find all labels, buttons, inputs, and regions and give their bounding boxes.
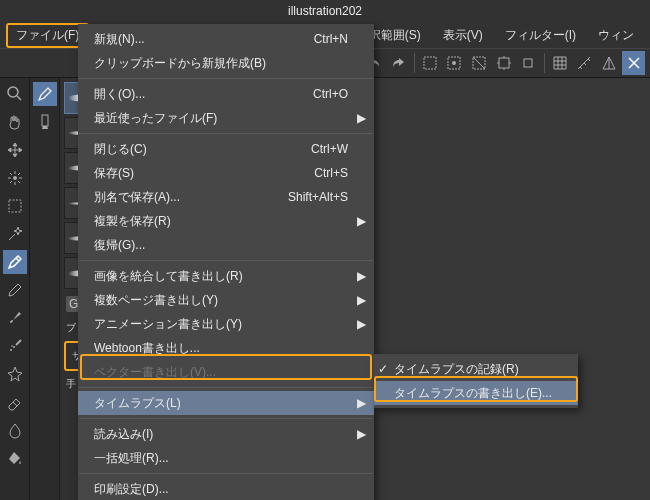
menu-vector-export: ベクター書き出し(V)... xyxy=(78,360,374,384)
marker-icon[interactable] xyxy=(33,110,57,134)
decoration-icon[interactable] xyxy=(3,362,27,386)
redo-icon[interactable] xyxy=(387,51,410,75)
menu-merge-export[interactable]: 画像を統合して書き出し(R)▶ xyxy=(78,264,374,288)
svg-rect-8 xyxy=(9,200,21,212)
hand-icon[interactable] xyxy=(3,110,27,134)
zoom-icon[interactable] xyxy=(3,82,27,106)
menu-recent[interactable]: 最近使ったファイル(F)▶ xyxy=(78,106,374,130)
snap-persp-icon[interactable] xyxy=(598,51,621,75)
menu-window[interactable]: ウィン xyxy=(588,24,644,47)
chevron-right-icon: ▶ xyxy=(357,427,366,441)
svg-rect-12 xyxy=(42,115,48,126)
menu-multi-export[interactable]: 複数ページ書き出し(Y)▶ xyxy=(78,288,374,312)
chevron-right-icon: ▶ xyxy=(357,293,366,307)
menu-batch[interactable]: 一括処理(R)... xyxy=(78,446,374,470)
menu-webtoon[interactable]: Webtoon書き出し... xyxy=(78,336,374,360)
select-all-icon[interactable] xyxy=(443,51,466,75)
menu-clipboard-new[interactable]: クリップボードから新規作成(B) xyxy=(78,51,374,75)
menu-import[interactable]: 読み込み(I)▶ xyxy=(78,422,374,446)
airbrush-icon[interactable] xyxy=(3,334,27,358)
menu-view[interactable]: 表示(V) xyxy=(433,24,493,47)
invert-icon[interactable] xyxy=(468,51,491,75)
timelapse-submenu: ✓タイムラプスの記録(R) タイムラプスの書き出し(E)... xyxy=(374,354,578,408)
blend-icon[interactable] xyxy=(3,418,27,442)
svg-point-7 xyxy=(13,176,17,180)
menu-save-dup[interactable]: 複製を保存(R)▶ xyxy=(78,209,374,233)
snap-special-icon[interactable] xyxy=(622,51,645,75)
svg-rect-4 xyxy=(499,58,509,68)
menu-new[interactable]: 新規(N)...Ctrl+N xyxy=(78,27,374,51)
shrink-icon[interactable] xyxy=(517,51,540,75)
svg-point-2 xyxy=(452,61,456,65)
move-icon[interactable] xyxy=(3,138,27,162)
chevron-right-icon: ▶ xyxy=(357,111,366,125)
expand-icon[interactable] xyxy=(492,51,515,75)
deselect-icon[interactable] xyxy=(419,51,442,75)
svg-rect-0 xyxy=(424,57,436,69)
svg-point-10 xyxy=(13,346,15,348)
snap-ruler-icon[interactable] xyxy=(573,51,596,75)
subpen-icon[interactable] xyxy=(33,82,57,106)
svg-point-9 xyxy=(10,349,12,351)
snap-grid-icon[interactable] xyxy=(549,51,572,75)
check-icon: ✓ xyxy=(378,362,388,376)
menu-save-as[interactable]: 別名で保存(A)...Shift+Alt+S xyxy=(78,185,374,209)
chevron-right-icon: ▶ xyxy=(357,396,366,410)
svg-point-11 xyxy=(11,345,13,347)
menu-open[interactable]: 開く(O)...Ctrl+O xyxy=(78,82,374,106)
menu-file[interactable]: ファイル(F) xyxy=(6,23,89,48)
chevron-right-icon: ▶ xyxy=(357,214,366,228)
wand-icon[interactable] xyxy=(3,222,27,246)
title-bar: illustration202 xyxy=(0,0,650,22)
submenu-record[interactable]: ✓タイムラプスの記録(R) xyxy=(374,357,578,381)
menu-revert[interactable]: 復帰(G)... xyxy=(78,233,374,257)
operation-icon[interactable] xyxy=(3,166,27,190)
pencil-icon[interactable] xyxy=(3,278,27,302)
svg-point-6 xyxy=(8,87,18,97)
menu-timelapse[interactable]: タイムラプス(L)▶ xyxy=(78,391,374,415)
chevron-right-icon: ▶ xyxy=(357,317,366,331)
menu-close[interactable]: 閉じる(C)Ctrl+W xyxy=(78,137,374,161)
brush-icon[interactable] xyxy=(3,306,27,330)
menu-anim-export[interactable]: アニメーション書き出し(Y)▶ xyxy=(78,312,374,336)
tool-palette xyxy=(0,78,30,500)
menu-save[interactable]: 保存(S)Ctrl+S xyxy=(78,161,374,185)
submenu-export[interactable]: タイムラプスの書き出し(E)... xyxy=(374,381,578,405)
tool-palette-2 xyxy=(30,78,60,500)
file-menu-dropdown: 新規(N)...Ctrl+N クリップボードから新規作成(B) 開く(O)...… xyxy=(78,24,374,500)
menu-filter[interactable]: フィルター(I) xyxy=(495,24,586,47)
eraser-icon[interactable] xyxy=(3,390,27,414)
pen-icon[interactable] xyxy=(3,250,27,274)
fill-icon[interactable] xyxy=(3,446,27,470)
menu-print-pref[interactable]: 印刷設定(D)... xyxy=(78,477,374,500)
chevron-right-icon: ▶ xyxy=(357,269,366,283)
svg-rect-5 xyxy=(524,59,532,67)
marquee-icon[interactable] xyxy=(3,194,27,218)
